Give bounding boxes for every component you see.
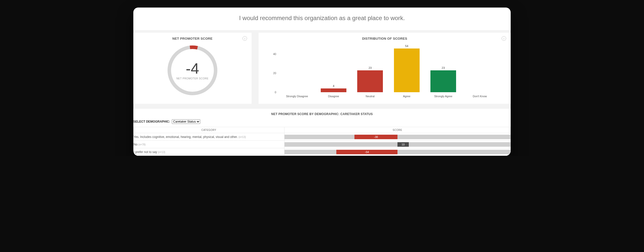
col-category: CATEGORY [134,127,285,133]
diverging-bar: -54 [336,150,397,154]
table-row: I prefer not to say (n=13)-54 [134,148,511,156]
demographic-title: NET PROMOTER SCORE BY DEMOGRAPHIC: CARET… [133,112,511,119]
y-tick: 40 [273,53,276,56]
score-track: -54 [285,150,510,154]
diverging-bar: -38 [354,135,397,139]
table-row: No (n=78)10 [134,141,511,148]
bar [321,88,346,92]
panel-distribution: DISTRIBUTION OF SCORES i 02040 4235423 S… [259,33,511,104]
panel-distribution-title: DISTRIBUTION OF SCORES [259,33,511,42]
panel-demographic: NET PROMOTER SCORE BY DEMOGRAPHIC: CARET… [133,109,511,156]
bar-slot [462,44,498,92]
table-row: Yes. Includes cognitive, emotional, hear… [134,133,511,141]
nps-gauge: -4 NET PROMOTER SCORE [133,42,252,101]
bar-value-label: 23 [369,66,372,69]
bar-slot [279,44,315,92]
bar [357,70,383,92]
x-tick-label: Neutral [352,92,388,100]
info-icon[interactable]: i [502,36,506,41]
category-cell: I prefer not to say (n=13) [134,148,285,156]
bar-slot: 4 [315,44,352,92]
x-tick-label: Disagree [315,92,352,100]
distribution-chart: 02040 4235423 Strongly DisagreeDisagreeN… [266,42,498,100]
y-tick: 20 [273,72,276,75]
bar-slot: 54 [388,44,425,92]
bar-value-label: 23 [442,66,445,69]
bar [394,48,420,92]
bar-value-label: 54 [405,44,408,47]
score-track: -38 [285,135,510,139]
diverging-bar: 10 [397,142,409,147]
col-score: SCORE [284,127,510,133]
score-cell: -38 [284,133,510,141]
demographic-select-row: SELECT DEMOGRAPHIC: Caretaker Status [133,119,511,127]
app-window: I would recommend this organization as a… [133,8,511,156]
x-tick-label: Don't Know [462,92,498,100]
nps-value: -4 [186,61,199,76]
nps-value-label: NET PROMOTER SCORE [176,77,209,80]
x-tick-label: Agree [388,92,425,100]
bar-value-label: 4 [333,84,334,87]
score-track: 10 [285,142,510,147]
x-tick-label: Strongly Agree [425,92,461,100]
panel-nps: NET PROMOTER SCORE i -4 NET PROMOTER SCO… [133,33,252,104]
x-tick-label: Strongly Disagree [279,92,315,100]
category-cell: Yes. Includes cognitive, emotional, hear… [134,133,285,141]
bar-slot: 23 [425,44,461,92]
category-cell: No (n=78) [134,141,285,148]
panels-row: NET PROMOTER SCORE i -4 NET PROMOTER SCO… [133,30,511,106]
demographic-select[interactable]: Caretaker Status [172,119,200,124]
demographic-table: CATEGORY SCORE Yes. Includes cognitive, … [133,127,511,156]
panel-nps-title: NET PROMOTER SCORE [133,33,252,42]
demographic-select-label: SELECT DEMOGRAPHIC: [133,120,170,123]
survey-question-title: I would recommend this organization as a… [133,8,511,30]
score-cell: -54 [284,148,510,156]
y-tick: 0 [275,91,276,94]
info-icon[interactable]: i [243,36,247,41]
bar-slot: 23 [352,44,388,92]
score-cell: 10 [284,141,510,148]
bar [430,70,456,92]
